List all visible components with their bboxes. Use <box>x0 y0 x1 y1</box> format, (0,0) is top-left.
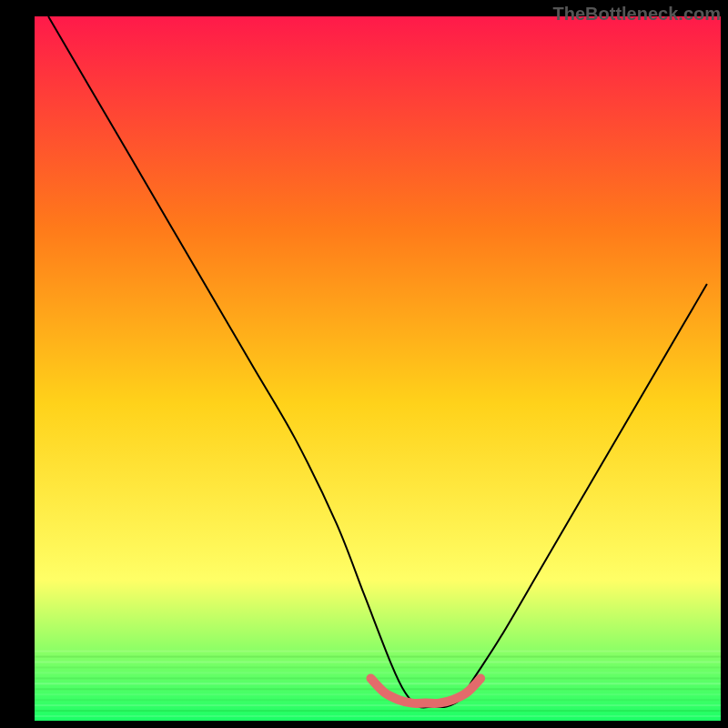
svg-rect-10 <box>35 704 721 706</box>
chart-container: TheBottleneck.com <box>0 0 728 728</box>
svg-rect-2 <box>35 662 721 663</box>
svg-rect-9 <box>35 699 721 701</box>
svg-rect-3 <box>35 667 721 669</box>
svg-rect-0 <box>35 651 721 652</box>
svg-rect-8 <box>35 693 721 695</box>
watermark-text: TheBottleneck.com <box>553 4 721 25</box>
svg-rect-11 <box>35 710 721 712</box>
bottleneck-chart <box>35 16 721 721</box>
gradient-background <box>35 16 721 721</box>
svg-rect-5 <box>35 677 721 679</box>
plot-area <box>35 16 721 721</box>
svg-rect-4 <box>35 672 721 673</box>
svg-rect-1 <box>35 656 721 658</box>
svg-rect-12 <box>35 715 721 717</box>
